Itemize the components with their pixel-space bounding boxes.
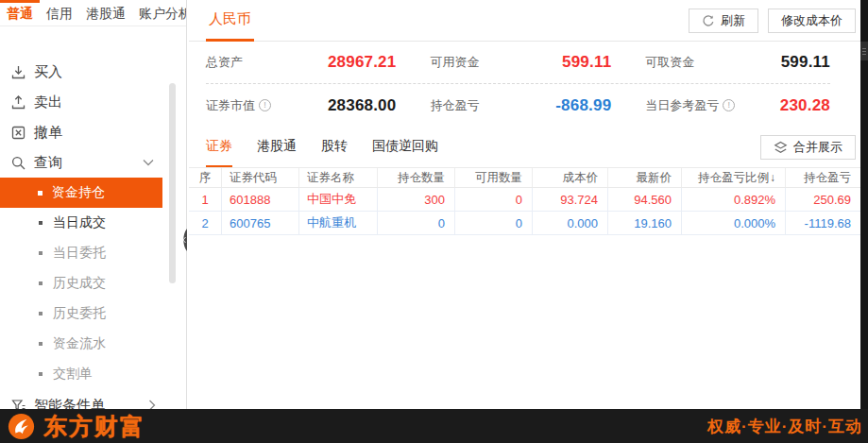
market-tabs-row: 证券 港股通 股转 国债逆回购 合并展示 [189, 127, 860, 167]
eastmoney-logo-icon [8, 413, 35, 440]
modify-cost-button[interactable]: 修改成本价 [768, 9, 856, 33]
header-code: 证券代码 [222, 168, 299, 187]
merge-display-label: 合并展示 [793, 139, 842, 156]
tab-hk-connect-positions[interactable]: 港股通 [257, 127, 297, 167]
market-value-label: 证券市值 [206, 97, 255, 114]
refresh-button[interactable]: 刷新 [689, 9, 758, 33]
table-row[interactable]: 1 601888 中国中免 300 0 93.724 94.560 0.892%… [189, 188, 860, 212]
main-header: 人民币 刷新 修改成本价 [189, 0, 860, 42]
info-icon[interactable]: ! [259, 99, 271, 111]
sidebar-item-label: 撤单 [34, 124, 62, 142]
merge-display-button[interactable]: 合并展示 [760, 135, 856, 160]
sidebar-item-fund-flow[interactable]: 资金流水 [0, 329, 186, 359]
sidebar-item-label: 买入 [34, 63, 62, 81]
cell-name: 中国中免 [299, 188, 378, 211]
sidebar-item-statements[interactable]: 交割单 [0, 359, 186, 389]
pnl-ratio-label: 持仓盈亏比例 [698, 170, 769, 186]
sidebar-item-history-deals[interactable]: 历史成交 [0, 268, 186, 298]
bullet-icon [39, 281, 43, 285]
total-assets-label: 总资产 [206, 54, 243, 71]
bullet-icon [38, 191, 43, 196]
total-assets-value: 28967.21 [328, 53, 397, 72]
cell-pnl: 250.69 [786, 188, 860, 211]
sidebar-item-label: 历史成交 [53, 275, 106, 292]
sidebar-item-query[interactable]: 查询 [0, 147, 186, 178]
footer-bar: 东方财富 权威·专业·及时·互动 [0, 409, 868, 443]
sidebar-item-label: 当日成交 [53, 214, 106, 231]
trading-app-window: 普通 信用 港股通 账户分析 买入 卖出 [0, 0, 868, 443]
search-icon [10, 155, 26, 171]
sidebar-item-label: 交割单 [53, 366, 93, 383]
summary-row-1: 总资产 28967.21 可用资金 599.11 可取资金 599.11 [206, 42, 830, 84]
withdrawable-funds-value: 599.11 [781, 53, 830, 72]
sidebar-item-buy[interactable]: 买入 [0, 57, 186, 87]
splitter-collapse-handle[interactable] [180, 229, 188, 251]
header-pnl: 持仓盈亏 [786, 168, 860, 187]
cell-seq: 2 [189, 212, 222, 234]
tab-share-transfer[interactable]: 股转 [321, 127, 348, 167]
header-pnl-ratio-sort[interactable]: 持仓盈亏比例 ↓ [682, 168, 786, 187]
cell-last-price: 19.160 [608, 212, 682, 234]
sidebar-scrollbar-thumb[interactable] [169, 83, 176, 283]
position-pnl-label: 持仓盈亏 [430, 97, 479, 114]
tab-normal[interactable]: 普通 [0, 0, 40, 26]
bullet-icon [39, 251, 43, 255]
sidebar-item-today-deals[interactable]: 当日成交 [0, 208, 186, 238]
header-available-qty: 可用数量 [455, 168, 533, 187]
sidebar-item-cancel-order[interactable]: 撤单 [0, 117, 186, 147]
sidebar-item-label: 当日委托 [53, 245, 106, 262]
sidebar-item-label: 卖出 [34, 94, 62, 111]
tab-rmb[interactable]: 人民币 [206, 0, 254, 42]
sidebar-item-today-orders[interactable]: 当日委托 [0, 238, 186, 268]
cell-name: 中航重机 [299, 212, 378, 234]
today-pnl-value: 230.28 [780, 96, 830, 115]
sidebar-item-label: 查询 [34, 154, 62, 172]
dock-expand-handle[interactable] [860, 42, 868, 60]
position-pnl-value: -868.99 [555, 96, 611, 115]
sidebar: 普通 信用 港股通 账户分析 买入 卖出 [0, 0, 186, 409]
available-funds-value: 599.11 [562, 53, 611, 72]
cell-pnl-ratio: 0.892% [682, 188, 786, 211]
summary-available-funds: 可用资金 599.11 [430, 53, 611, 72]
positions-table-header: 序 证券代码 证券名称 持仓数量 可用数量 成本价 最新价 持仓盈亏比例 ↓ 持… [189, 167, 860, 188]
market-value-value: 28368.00 [328, 96, 397, 115]
modify-cost-label: 修改成本价 [781, 12, 842, 29]
tab-treasury-repo[interactable]: 国债逆回购 [372, 127, 438, 167]
buy-icon [10, 64, 26, 80]
info-icon[interactable]: ! [723, 99, 735, 111]
summary-position-pnl: 持仓盈亏 -868.99 [430, 96, 611, 115]
bullet-icon [39, 342, 43, 346]
sidebar-item-sell[interactable]: 卖出 [0, 87, 186, 117]
sidebar-item-label: 资金流水 [53, 335, 106, 352]
bullet-icon [39, 372, 43, 376]
layers-icon [774, 141, 788, 154]
main-panel: 人民币 刷新 修改成本价 总资产 28967.21 可用资金 [189, 0, 860, 409]
summary-withdrawable-funds: 可取资金 599.11 [645, 53, 830, 72]
header-last-price: 最新价 [608, 168, 682, 187]
cell-cost-price: 93.724 [533, 188, 608, 211]
sort-desc-icon: ↓ [770, 171, 775, 184]
summary-total-assets: 总资产 28967.21 [206, 53, 396, 72]
chevron-down-icon [143, 159, 154, 166]
header-position-qty: 持仓数量 [378, 168, 455, 187]
right-dock-strip [860, 0, 868, 443]
available-funds-label: 可用资金 [430, 54, 479, 71]
cancel-order-icon [10, 125, 26, 141]
footer-slogan: 权威·专业·及时·互动 [707, 416, 862, 437]
sidebar-item-history-orders[interactable]: 历史委托 [0, 298, 186, 329]
cell-code: 600765 [222, 212, 299, 234]
header-name: 证券名称 [299, 168, 378, 187]
bullet-icon [39, 221, 43, 225]
summary-market-value: 证券市值 ! 28368.00 [206, 96, 396, 115]
tab-hk-connect[interactable]: 港股通 [79, 0, 132, 26]
summary-today-pnl: 当日参考盈亏 ! 230.28 [645, 96, 830, 115]
header-seq: 序 [189, 168, 222, 187]
account-summary: 总资产 28967.21 可用资金 599.11 可取资金 599.11 证券市… [189, 42, 860, 127]
sidebar-item-positions-selected[interactable]: 资金持仓 [0, 178, 162, 208]
account-type-tabs: 普通 信用 港股通 账户分析 [0, 0, 186, 26]
tab-credit[interactable]: 信用 [40, 0, 79, 26]
tab-securities[interactable]: 证券 [206, 127, 232, 167]
today-pnl-label: 当日参考盈亏 [645, 97, 719, 114]
sidebar-item-label: 历史委托 [53, 305, 106, 322]
table-row[interactable]: 2 600765 中航重机 0 0 0.000 19.160 0.000% -1… [189, 212, 860, 235]
